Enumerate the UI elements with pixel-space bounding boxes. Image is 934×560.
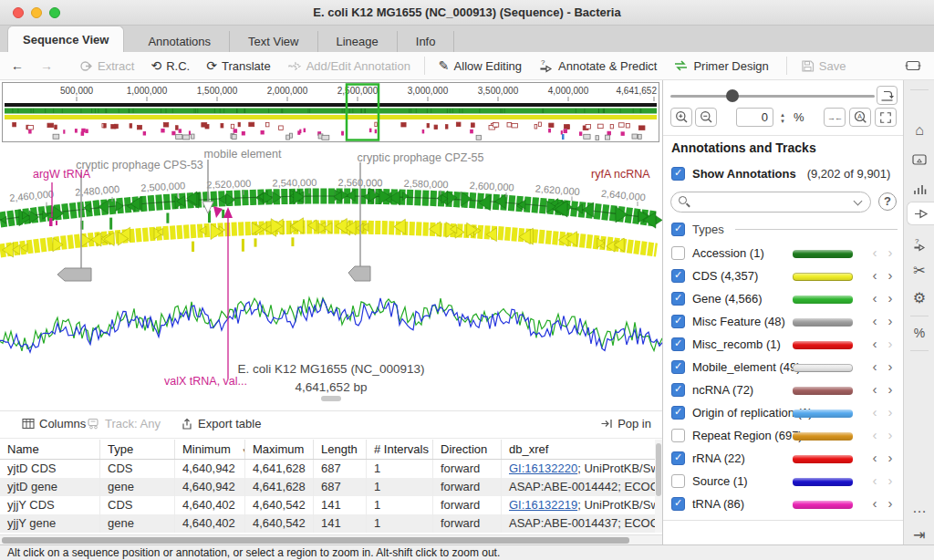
type-checkbox[interactable] — [671, 315, 685, 328]
annotate-predict-button[interactable]: ? Annotate & Predict — [538, 58, 657, 73]
next-annotation-icon[interactable]: › — [885, 358, 896, 374]
extract-button[interactable]: Extract — [79, 59, 134, 73]
prev-annotation-icon[interactable]: ‹ — [869, 267, 880, 283]
restriction-sites-button[interactable]: ✂ — [904, 259, 934, 283]
next-annotation-icon[interactable]: › — [885, 472, 896, 488]
next-annotation-icon[interactable]: › — [885, 313, 896, 328]
next-annotation-icon[interactable]: › — [885, 381, 896, 397]
prev-annotation-icon[interactable]: ‹ — [869, 313, 880, 328]
next-annotation-icon[interactable]: › — [885, 495, 896, 511]
type-checkbox[interactable] — [671, 451, 685, 465]
column-header-type[interactable]: Type — [100, 440, 175, 459]
home-view-button[interactable]: ⌂ — [904, 119, 934, 142]
prev-annotation-icon[interactable]: ‹ — [869, 290, 880, 306]
column-header-minimum[interactable]: Minimum▼ — [175, 440, 245, 459]
column-header-length[interactable]: Length — [314, 440, 367, 459]
prev-annotation-icon[interactable]: ‹ — [869, 381, 880, 397]
back-button[interactable]: ← — [11, 59, 24, 72]
zoom-in-button[interactable] — [670, 108, 692, 127]
zoom-percent-input[interactable]: 0 — [736, 108, 773, 127]
step-up-icon[interactable]: ▴ — [781, 111, 784, 118]
column-header-direction[interactable]: Direction — [433, 440, 502, 459]
step-down-icon[interactable]: ▾ — [781, 118, 784, 124]
annotations-panel-button[interactable] — [907, 202, 934, 225]
column-header-dbxref[interactable]: db_xref — [502, 440, 655, 459]
export-table-button[interactable]: Export table — [181, 417, 261, 430]
annotation-label-argw-trna[interactable]: argW tRNA — [33, 168, 90, 181]
next-annotation-icon[interactable]: › — [885, 404, 896, 420]
prev-annotation-icon[interactable]: ‹ — [869, 336, 880, 351]
forward-button[interactable]: → — [40, 59, 53, 72]
settings-button[interactable]: ⚙ — [904, 286, 934, 310]
table-row[interactable]: yjtD CDS CDS 4,640,942 4,641,628 687 1 f… — [0, 460, 655, 478]
next-annotation-icon[interactable]: › — [885, 290, 896, 306]
prev-annotation-icon[interactable]: ‹ — [869, 450, 880, 465]
column-header-name[interactable]: Name — [0, 440, 100, 459]
primer-design-button[interactable]: Primer Design — [673, 59, 768, 73]
genome-overview[interactable]: 500,0001,000,0001,500,0002,000,0002,500,… — [2, 82, 659, 142]
zoom-slider-thumb[interactable] — [726, 89, 739, 102]
graphs-button[interactable] — [904, 177, 934, 201]
annotation-search-input[interactable] — [670, 192, 871, 213]
scrollbar-thumb[interactable] — [656, 443, 661, 496]
pop-in-button[interactable]: Pop in — [600, 417, 651, 430]
type-checkbox[interactable] — [671, 383, 685, 397]
help-button[interactable]: ? — [878, 192, 897, 211]
document-tab[interactable]: Text View — [230, 31, 317, 52]
type-checkbox[interactable] — [671, 497, 685, 511]
reverse-complement-button[interactable]: ⟲ R.C. — [150, 59, 190, 73]
type-checkbox[interactable] — [671, 337, 685, 351]
type-checkbox[interactable] — [671, 269, 685, 283]
scrollbar-thumb[interactable] — [2, 537, 629, 544]
zoom-stepper[interactable]: ▴ ▾ — [776, 108, 789, 127]
prev-annotation-icon[interactable]: ‹ — [869, 404, 880, 420]
type-checkbox[interactable] — [671, 474, 685, 488]
presentation-view-button[interactable] — [904, 148, 934, 171]
wrap-sequence-button[interactable] — [877, 86, 898, 105]
fit-to-view-button[interactable]: →← — [824, 108, 846, 127]
types-checkbox[interactable] — [671, 223, 685, 236]
table-row[interactable]: yjjY CDS CDS 4,640,402 4,640,542 141 1 f… — [0, 496, 655, 514]
full-screen-button[interactable] — [875, 108, 897, 127]
show-annotations-checkbox[interactable] — [671, 167, 685, 181]
allow-editing-button[interactable]: ✎ Allow Editing — [439, 59, 522, 73]
next-annotation-icon[interactable]: › — [885, 244, 896, 260]
document-tab[interactable]: Sequence View — [7, 26, 124, 52]
dbxref-link[interactable]: GI:16132219 — [509, 498, 577, 512]
prev-annotation-icon[interactable]: ‹ — [869, 244, 880, 260]
save-button[interactable]: Save — [801, 59, 846, 73]
zoom-slider[interactable] — [670, 95, 875, 98]
document-tab[interactable]: Annotations — [130, 31, 230, 52]
identity-percent-button[interactable]: % — [904, 321, 934, 345]
type-checkbox[interactable] — [671, 429, 685, 442]
column-header-intervals[interactable]: # Intervals — [367, 440, 433, 459]
next-annotation-icon[interactable]: › — [885, 450, 896, 465]
splitter-drag-handle[interactable] — [321, 396, 341, 401]
prev-annotation-icon[interactable]: ‹ — [869, 472, 880, 488]
type-checkbox[interactable] — [671, 360, 685, 374]
track-filter-button[interactable]: Track: Any — [87, 417, 161, 430]
more-options-button[interactable]: … — [904, 496, 934, 520]
prev-annotation-icon[interactable]: ‹ — [869, 495, 880, 511]
type-checkbox[interactable] — [671, 246, 685, 260]
annotation-label-cpz55[interactable]: cryptic prophage CPZ-55 — [352, 151, 489, 164]
annotate-predict-panel-button[interactable]: ? — [904, 232, 934, 255]
table-vertical-scrollbar[interactable] — [655, 440, 662, 533]
document-tab[interactable]: Info — [398, 31, 455, 52]
type-checkbox[interactable] — [671, 292, 685, 306]
genome-overview-canvas[interactable]: 500,0001,000,0001,500,0002,000,0002,500,… — [3, 83, 659, 141]
document-tab[interactable]: Lineage — [318, 31, 398, 52]
next-annotation-icon[interactable]: › — [885, 427, 896, 442]
prev-annotation-icon[interactable]: ‹ — [869, 427, 880, 442]
next-annotation-icon[interactable]: › — [885, 267, 896, 283]
zoom-out-button[interactable] — [695, 108, 717, 127]
dbxref-link[interactable]: GI:16132220 — [509, 461, 577, 475]
table-row[interactable]: yjtD gene gene 4,640,942 4,641,628 687 1… — [0, 478, 655, 496]
column-header-maximum[interactable]: Maximum — [245, 440, 314, 459]
sequence-view-canvas[interactable]: 2,460,0002,480,0002,500,0002,520,0002,54… — [0, 144, 662, 409]
next-annotation-icon[interactable]: › — [885, 336, 896, 351]
translate-button[interactable]: ⟳ Translate — [206, 59, 270, 73]
toggle-panel-button[interactable] — [905, 59, 921, 72]
add-edit-annotation-button[interactable]: Add/Edit Annotation — [287, 59, 410, 73]
annotation-label-ryfa-ncrna[interactable]: ryfA ncRNA — [591, 168, 650, 181]
